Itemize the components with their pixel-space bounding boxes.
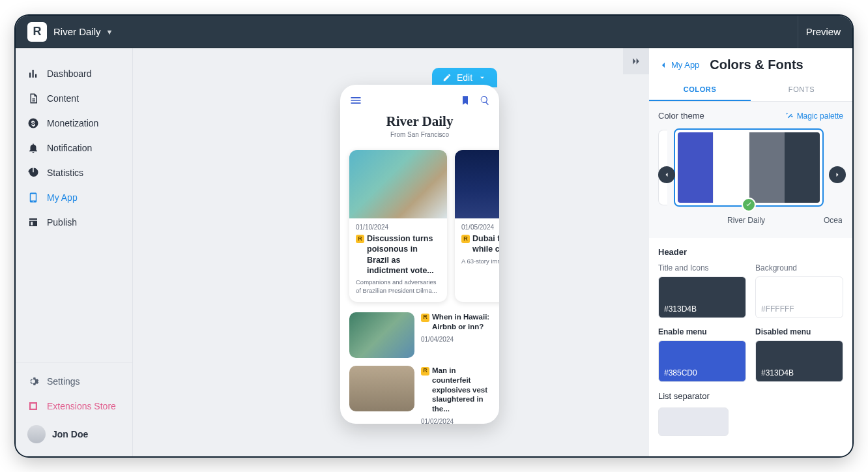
sidebar-item-label: Monetization [47, 118, 98, 128]
sidebar: Dashboard Content Monetization Notificat… [16, 48, 133, 456]
source-badge: R [461, 235, 470, 243]
header-section-title: Header [658, 247, 843, 257]
sidebar-item-content[interactable]: Content [16, 86, 132, 111]
sidebar-item-label: Statistics [47, 168, 83, 178]
background-color-picker[interactable]: #FFFFFF [755, 276, 843, 318]
sidebar-item-statistics[interactable]: Statistics [16, 160, 132, 185]
carousel-next-button[interactable] [829, 166, 846, 183]
check-icon [742, 198, 756, 212]
chevron-left-icon [658, 60, 669, 70]
settings-link[interactable]: Settings [16, 369, 132, 394]
phone-title: River Daily [347, 113, 493, 130]
sidebar-item-dashboard[interactable]: Dashboard [16, 61, 132, 86]
theme-name-peek: Ocea [824, 216, 842, 225]
swatch-primary [678, 132, 713, 203]
back-label: My App [671, 60, 699, 70]
background-label: Background [755, 263, 843, 273]
wand-icon [785, 111, 794, 120]
settings-label: Settings [47, 376, 80, 387]
swatch-background [713, 132, 749, 203]
title-icons-label: Title and Icons [658, 263, 746, 273]
article-description: Companions and adversaries of Brazilian … [356, 278, 441, 295]
list-separator-color-picker[interactable] [658, 407, 729, 436]
search-icon[interactable] [480, 95, 490, 108]
extensions-store-link[interactable]: Extensions Store [16, 394, 132, 419]
bookmark-icon[interactable] [460, 95, 470, 108]
brand-logo: R [27, 22, 47, 42]
source-badge: R [421, 314, 429, 322]
theme-name-label: River Daily [669, 216, 824, 225]
gear-icon [27, 376, 39, 387]
user-menu[interactable]: Jon Doe [16, 419, 132, 450]
disabled-menu-label: Disabled menu [755, 327, 843, 336]
sidebar-item-monetization[interactable]: Monetization [16, 111, 132, 136]
sidebar-item-label: Publish [47, 217, 77, 228]
extensions-label: Extensions Store [47, 401, 116, 411]
app-name-label: River Daily [53, 26, 101, 37]
document-icon [27, 93, 39, 104]
article-date: 01/10/2024 [356, 224, 441, 231]
panel-title: Colors & Fonts [710, 57, 803, 72]
color-value-label: #FFFFFF [761, 304, 794, 314]
collapse-panel-button[interactable] [623, 48, 649, 74]
sidebar-item-notification[interactable]: Notification [16, 136, 132, 160]
enable-menu-color-picker[interactable]: #385CD0 [658, 340, 746, 382]
sidebar-item-label: Content [47, 93, 79, 104]
article-list-item[interactable]: RMan in counterfeit explosives vest slau… [340, 362, 499, 424]
color-value-label: #385CD0 [664, 368, 697, 377]
dollar-icon [27, 117, 39, 129]
tab-fonts[interactable]: FONTS [751, 79, 852, 101]
article-image [455, 150, 499, 218]
phone-preview: River Daily From San Francisco 01/10/202… [340, 85, 499, 424]
swatch-dark [785, 132, 820, 203]
chevron-down-icon: ▼ [106, 28, 113, 36]
bell-icon [27, 142, 39, 154]
title-icons-color-picker[interactable]: #313D4B [658, 276, 746, 318]
carousel-prev-button[interactable] [658, 166, 675, 183]
tab-colors[interactable]: COLORS [649, 79, 751, 101]
article-list-item[interactable]: RWhen in Hawaii: Airbnb or inn? 01/04/20… [340, 308, 499, 362]
chevron-down-icon [478, 73, 487, 82]
pie-chart-icon [27, 167, 39, 179]
phone-subtitle: From San Francisco [347, 131, 493, 138]
bar-chart-icon [27, 68, 39, 80]
article-thumbnail [349, 312, 414, 358]
preview-button[interactable]: Preview [798, 16, 848, 48]
article-card[interactable]: 01/05/2024 RDubai firecrack while clo...… [455, 150, 499, 302]
source-badge: R [421, 367, 429, 376]
user-name-label: Jon Doe [52, 429, 88, 439]
hamburger-icon[interactable] [349, 94, 362, 110]
topbar: R River Daily ▼ Preview [16, 16, 852, 48]
theme-card-selected[interactable] [674, 128, 824, 207]
article-description: A 63-story immersed ... [461, 258, 499, 266]
list-separator-label: List separator [658, 391, 843, 401]
article-title: Dubai firecrack while clo... [472, 233, 499, 255]
article-title: When in Hawaii: Airbnb or inn? [432, 312, 490, 332]
article-date: 01/02/2024 [421, 418, 490, 424]
pencil-icon [442, 73, 452, 82]
store-icon [27, 216, 39, 228]
color-value-label: #313D4B [761, 368, 794, 377]
sidebar-item-publish[interactable]: Publish [16, 210, 132, 235]
article-date: 01/04/2024 [421, 336, 490, 343]
magic-palette-button[interactable]: Magic palette [785, 111, 843, 121]
chevron-double-right-icon [631, 56, 641, 66]
back-link[interactable]: My App [658, 60, 699, 70]
article-image [349, 150, 447, 218]
color-value-label: #313D4B [664, 304, 697, 314]
color-theme-label: Color theme [658, 111, 704, 121]
magic-palette-label: Magic palette [797, 111, 843, 121]
source-badge: R [356, 235, 364, 243]
article-card[interactable]: 01/10/2024 RDiscussion turns poisonous i… [349, 150, 447, 302]
edit-label: Edit [457, 72, 472, 83]
article-thumbnail [349, 366, 414, 411]
smartphone-icon [27, 192, 39, 203]
avatar [27, 425, 46, 443]
disabled-menu-color-picker[interactable]: #313D4B [755, 340, 843, 382]
preview-canvas: Edit River Daily From San Francisco [133, 48, 649, 456]
app-switcher[interactable]: River Daily ▼ [53, 26, 113, 37]
swatch-grey [749, 132, 785, 203]
article-title: Man in counterfeit explosives vest slaug… [432, 366, 490, 415]
sidebar-item-myapp[interactable]: My App [16, 185, 132, 210]
extensions-icon [27, 400, 39, 412]
